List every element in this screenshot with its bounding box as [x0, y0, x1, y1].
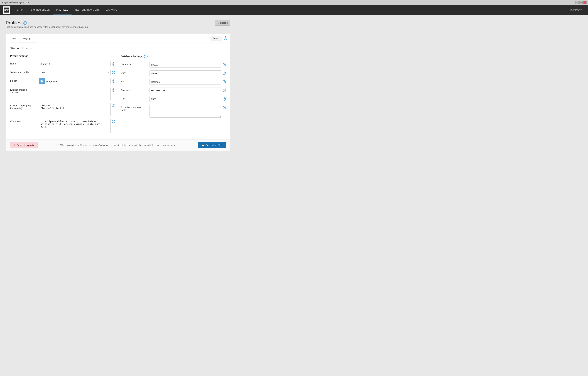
excluded-textarea[interactable]	[39, 87, 111, 100]
database-help-icon[interactable]: ?	[223, 63, 226, 66]
db-settings-help-icon[interactable]: ?	[144, 55, 147, 58]
folder-input-container	[39, 78, 111, 84]
page-header-left: Profiles ? Profiles contain all settings…	[6, 20, 88, 32]
maximize-button[interactable]: □	[579, 1, 583, 4]
host-input-wrapper: ?	[149, 79, 226, 85]
excluded-tables-help-icon[interactable]: ?	[223, 106, 226, 109]
port-input[interactable]	[149, 96, 221, 102]
footer-note: When saving the profiles, the live syste…	[38, 144, 198, 146]
tab-live[interactable]: Live	[9, 34, 20, 43]
port-input-wrapper: ?	[149, 96, 226, 102]
custom-scripts-field-group: Custom scripts (onlyfor experts) /folder…	[10, 103, 115, 116]
setup-from-select-wrapper: Live Staging 1 ▼	[39, 70, 111, 75]
nav-item-start[interactable]: START	[14, 5, 28, 15]
custom-scripts-input-wrapper: /folder1 /folder2/file.txt ?	[39, 103, 115, 116]
folder-browse-button[interactable]	[39, 78, 45, 84]
support-link[interactable]: SUPPORT	[567, 9, 585, 11]
tabs-actions: Neu ▾ ?	[211, 34, 227, 42]
host-help-icon[interactable]: ?	[223, 80, 226, 83]
database-input[interactable]	[149, 62, 221, 67]
folder-input[interactable]	[45, 78, 110, 84]
database-settings-column: Database Settings ? Database ? User	[121, 55, 226, 136]
user-field-group: User ?	[121, 70, 226, 76]
port-help-icon[interactable]: ?	[223, 97, 226, 101]
database-field-group: Database ?	[121, 62, 226, 67]
comments-label: Comments	[10, 119, 39, 123]
password-label: Password	[121, 88, 149, 91]
two-column-layout: Profile settings Name ? Set up from prof…	[10, 55, 226, 136]
minimize-button[interactable]: −	[576, 1, 579, 4]
custom-scripts-textarea[interactable]: /folder1 /folder2/file.txt	[39, 103, 111, 116]
neu-label: Neu	[213, 37, 218, 39]
excluded-tables-field-group: Excluded databasetables ?	[121, 105, 226, 118]
excluded-input-wrapper: ?	[39, 87, 115, 100]
excluded-tables-input-wrapper: ?	[149, 105, 226, 118]
comments-textarea[interactable]: Lorem ipsum dolor sit amet, consectetuer…	[39, 119, 111, 133]
nav-item-backups[interactable]: BACKUPS	[103, 5, 120, 15]
custom-scripts-help-icon[interactable]: ?	[112, 104, 115, 107]
setup-from-label: Set up from profile	[10, 70, 39, 74]
user-help-icon[interactable]: ?	[223, 72, 226, 75]
tab-staging1[interactable]: Staging 1	[20, 34, 36, 43]
host-input[interactable]	[149, 79, 221, 85]
excluded-tables-textarea[interactable]	[149, 105, 221, 118]
neu-button[interactable]: Neu ▾	[211, 36, 222, 41]
name-label: Name	[10, 61, 39, 65]
comments-input-wrapper: Lorem ipsum dolor sit amet, consectetuer…	[39, 119, 115, 133]
setup-from-help-icon[interactable]: ?	[112, 71, 115, 74]
name-field-group: Name ?	[10, 61, 115, 67]
logo-inner: STAGEWARE	[4, 8, 9, 12]
close-button[interactable]: ✕	[583, 1, 587, 4]
name-input-wrapper: ?	[39, 61, 115, 67]
titlebar-controls: − □ ✕	[576, 1, 587, 4]
reload-label: Reload	[220, 22, 228, 24]
folder-label: Folder	[10, 78, 39, 82]
folder-field-group: Folder ?	[10, 78, 115, 84]
profiles-card: Live Staging 1 Neu ▾ ? Staging 1 (ID: 2)	[6, 34, 230, 151]
user-label: User	[121, 70, 149, 74]
section-title: Staging 1 (ID: 2)	[10, 47, 226, 50]
nav-item-test-environment[interactable]: TEST ENVIRONMENT	[72, 5, 103, 15]
page-help-icon[interactable]: ?	[23, 21, 27, 25]
setup-from-input-wrapper: Live Staging 1 ▼ ?	[39, 70, 115, 75]
comments-help-icon[interactable]: ?	[112, 120, 115, 123]
user-input-wrapper: ?	[149, 70, 226, 76]
folder-help-icon[interactable]: ?	[112, 79, 115, 83]
name-input[interactable]	[39, 61, 111, 67]
trash-icon: 🗑	[13, 144, 16, 146]
save-all-button[interactable]: 💾 Save all profiles	[198, 142, 226, 148]
page-subtitle: Profiles contain all settings necessary …	[6, 26, 88, 28]
reload-icon: ↻	[217, 22, 219, 24]
excluded-help-icon[interactable]: ?	[112, 88, 115, 92]
profile-settings-column: Profile settings Name ? Set up from prof…	[10, 55, 115, 136]
nav-item-system-check[interactable]: SYSTEM CHECK	[28, 5, 53, 15]
save-icon: 💾	[202, 144, 205, 146]
comments-field-group: Comments Lorem ipsum dolor sit amet, con…	[10, 119, 115, 133]
tabs-list: Live Staging 1	[9, 34, 36, 42]
delete-label: Delete this profile	[17, 144, 34, 146]
name-help-icon[interactable]: ?	[112, 62, 115, 66]
tabs-help-icon[interactable]: ?	[224, 36, 227, 40]
delete-profile-button[interactable]: 🗑 Delete this profile	[10, 142, 38, 148]
titlebar: StageWare® Manager - 1.7.4 − □ ✕	[0, 0, 588, 5]
setup-from-field-group: Set up from profile Live Staging 1 ▼ ?	[10, 70, 115, 75]
page-title: Profiles	[6, 20, 21, 26]
page-header: Profiles ? Profiles contain all settings…	[6, 20, 230, 32]
database-settings-heading: Database Settings ?	[121, 55, 226, 58]
navbar: STAGEWARE START SYSTEM CHECK PROFILES TE…	[0, 5, 588, 15]
excluded-field-group: Excluded foldersand files ?	[10, 87, 115, 100]
database-input-wrapper: ?	[149, 62, 226, 67]
database-label: Database	[121, 62, 149, 66]
password-help-icon[interactable]: ?	[223, 89, 226, 92]
setup-from-select[interactable]: Live Staging 1	[39, 70, 111, 75]
password-field-group: Password ?	[121, 88, 226, 93]
password-input[interactable]	[149, 88, 221, 93]
main-content: Profiles ? Profiles contain all settings…	[0, 15, 236, 156]
nav-item-profiles[interactable]: PROFILES	[53, 5, 72, 15]
reload-button[interactable]: ↻ Reload	[215, 20, 230, 26]
neu-chevron-icon: ▾	[218, 37, 220, 39]
folder-input-wrapper: ?	[39, 78, 115, 84]
user-input[interactable]	[149, 70, 221, 76]
nav-items: START SYSTEM CHECK PROFILES TEST ENVIRON…	[14, 5, 567, 15]
excluded-tables-label: Excluded databasetables	[121, 105, 149, 111]
